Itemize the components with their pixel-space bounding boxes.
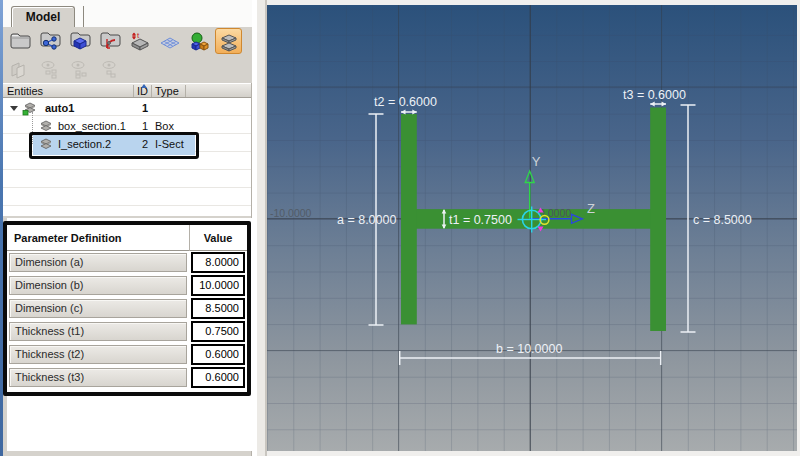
- dim-label-c: c = 8.5000: [693, 213, 752, 227]
- parameter-label: Thickness (t2): [9, 345, 187, 364]
- toolbar-button-section[interactable]: [215, 28, 242, 54]
- column-divider[interactable]: [185, 85, 186, 97]
- column-divider[interactable]: [151, 85, 152, 97]
- toolbar-button-panels-disabled: [6, 57, 33, 83]
- toolbar-button-create-solid[interactable]: [66, 28, 93, 54]
- toolbar-button-organize[interactable]: [36, 28, 63, 54]
- tree-item-label[interactable]: box_section.1: [58, 120, 126, 132]
- parameter-value-field[interactable]: 8.5000: [191, 298, 245, 319]
- toolbar-button-new-folder[interactable]: [6, 28, 33, 54]
- mesh-preview-icon: [158, 29, 182, 53]
- parameter-value-field[interactable]: 10.0000: [191, 275, 245, 296]
- dim-label-a: a = 8.0000: [337, 213, 396, 227]
- tree-header: Entities ID Type: [3, 83, 251, 98]
- panels-disabled-icon: [8, 58, 32, 82]
- parameter-label: Thickness (t1): [9, 322, 187, 341]
- dim-label-t2: t2 = 0.6000: [374, 95, 437, 109]
- sort-ascending-icon[interactable]: [141, 84, 147, 88]
- parameter-row: Thickness (t1) 0.7500: [7, 320, 247, 343]
- panel-splitter[interactable]: [252, 0, 267, 456]
- tree-item-id: 1: [138, 120, 152, 132]
- hide-entities-disabled-icon: [68, 58, 92, 82]
- tab-model[interactable]: Model: [11, 6, 75, 27]
- organize-entities-icon: [38, 29, 62, 53]
- dim-label-b: b = 10.0000: [496, 342, 562, 356]
- column-entities[interactable]: Entities: [7, 85, 43, 97]
- entity-tree: auto1 1 box_section.1 1 Box I_section.2: [3, 98, 251, 216]
- column-divider[interactable]: [133, 85, 134, 97]
- parameter-table-annotation-border: Parameter Definition Value Dimension (a)…: [3, 221, 251, 396]
- svg-text:t: t: [137, 31, 140, 40]
- isolate-entities-disabled-icon: [98, 58, 122, 82]
- y-axis-label: Y: [532, 154, 541, 169]
- toolbar-button-thickness[interactable]: t: [126, 28, 153, 54]
- thickness-icon: t: [128, 29, 152, 53]
- toolbar-button-show-disabled: [36, 57, 63, 83]
- parameter-label: Dimension (b): [9, 276, 187, 295]
- column-type[interactable]: Type: [155, 85, 179, 97]
- parameter-row: Dimension (c) 8.5000: [7, 297, 247, 320]
- show-entities-disabled-icon: [38, 58, 62, 82]
- toolbar-button-mesh[interactable]: [156, 28, 183, 54]
- parameter-value-field[interactable]: 0.6000: [191, 344, 245, 365]
- tree-row-auto1[interactable]: auto1 1: [3, 100, 251, 117]
- section-active-icon: [217, 30, 241, 54]
- parameter-value-field[interactable]: 0.7500: [191, 321, 245, 342]
- parameter-value-field[interactable]: 0.6000: [191, 367, 245, 388]
- toolbar-button-hide-disabled: [66, 57, 93, 83]
- measure-icon: [98, 29, 122, 53]
- tab-bar: Model: [3, 0, 252, 27]
- toolbar-button-assembly[interactable]: [186, 28, 213, 54]
- header-divider: [189, 225, 190, 251]
- browser-toolbar: t: [3, 27, 252, 83]
- parameter-table-header: Parameter Definition Value: [7, 225, 247, 251]
- new-folder-icon: [8, 29, 32, 53]
- parameter-row: Dimension (b) 10.0000: [7, 274, 247, 297]
- tab-separator: [83, 6, 84, 27]
- grid-label-zero: 0.0000: [539, 207, 571, 219]
- toolbar-button-measure[interactable]: [96, 28, 123, 54]
- parameter-row: Dimension (a) 8.0000: [7, 251, 247, 274]
- parameter-label: Thickness (t3): [9, 368, 187, 387]
- tree-item-label[interactable]: auto1: [45, 102, 74, 114]
- z-axis-label: Z: [587, 201, 595, 216]
- value-header: Value: [191, 232, 245, 244]
- dim-label-t1: t1 = 0.7500: [449, 213, 512, 227]
- viewport-canvas[interactable]: -10.0000 0.0000 t2 = 0.6000: [267, 5, 797, 451]
- create-solid-icon: [68, 29, 92, 53]
- selection-annotation-border: [29, 132, 199, 159]
- collapse-arrow-icon[interactable]: [10, 106, 18, 111]
- parameter-value-field[interactable]: 8.0000: [191, 252, 245, 273]
- grid-label-minus10: -10.0000: [270, 207, 312, 219]
- toolbar-button-isolate-disabled: [96, 57, 123, 83]
- viewport-3d[interactable]: -10.0000 0.0000 t2 = 0.6000: [267, 5, 797, 451]
- parameter-label: Dimension (c): [9, 299, 187, 318]
- model-browser-panel: Model: [3, 0, 252, 456]
- parameter-row: Thickness (t2) 0.6000: [7, 343, 247, 366]
- i-section-right-flange[interactable]: [650, 108, 666, 332]
- section-group-icon: [22, 101, 38, 116]
- tree-item-id: 1: [138, 102, 152, 114]
- i-section-left-flange[interactable]: [401, 114, 417, 324]
- tree-item-type: Box: [155, 120, 174, 132]
- parameter-label: Dimension (a): [9, 253, 187, 272]
- parameter-row: Thickness (t3) 0.6000: [7, 366, 247, 389]
- parameter-definition-header: Parameter Definition: [14, 232, 122, 244]
- dim-label-t3: t3 = 0.6000: [623, 88, 686, 102]
- assembly-icon: [188, 29, 212, 53]
